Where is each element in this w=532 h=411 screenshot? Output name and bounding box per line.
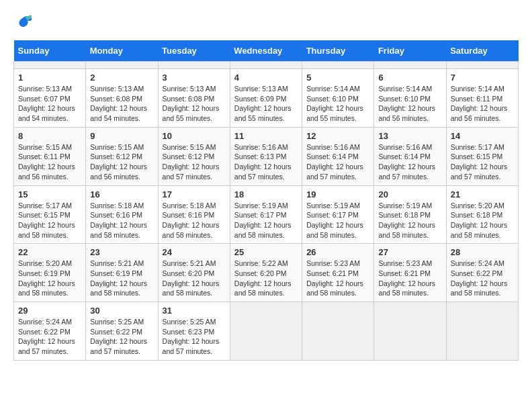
day-number: 27 — [378, 247, 441, 257]
col-header-saturday: Saturday — [446, 40, 518, 62]
day-info: Sunrise: 5:19 AM Sunset: 6:17 PM Dayligh… — [306, 201, 369, 240]
day-info: Sunrise: 5:15 AM Sunset: 6:12 PM Dayligh… — [163, 142, 226, 182]
day-info: Sunrise: 5:17 AM Sunset: 6:15 PM Dayligh… — [18, 201, 81, 240]
col-header-tuesday: Tuesday — [158, 40, 230, 62]
day-info: Sunrise: 5:14 AM Sunset: 6:10 PM Dayligh… — [306, 84, 369, 124]
day-info: Sunrise: 5:13 AM Sunset: 6:08 PM Dayligh… — [163, 84, 226, 124]
day-cell: 10Sunrise: 5:15 AM Sunset: 6:12 PM Dayli… — [158, 127, 230, 185]
day-info: Sunrise: 5:16 AM Sunset: 6:14 PM Dayligh… — [378, 142, 441, 182]
day-cell: 27Sunrise: 5:23 AM Sunset: 6:21 PM Dayli… — [374, 244, 446, 302]
day-info: Sunrise: 5:14 AM Sunset: 6:10 PM Dayligh… — [378, 84, 441, 124]
day-info: Sunrise: 5:14 AM Sunset: 6:11 PM Dayligh… — [451, 84, 514, 124]
day-cell — [374, 302, 446, 361]
day-number: 9 — [90, 131, 153, 141]
day-number: 31 — [163, 306, 226, 316]
day-cell: 23Sunrise: 5:21 AM Sunset: 6:19 PM Dayli… — [86, 244, 158, 302]
day-cell: 9Sunrise: 5:15 AM Sunset: 6:12 PM Daylig… — [86, 127, 158, 185]
day-info: Sunrise: 5:25 AM Sunset: 6:22 PM Dayligh… — [90, 317, 153, 357]
day-number: 24 — [163, 247, 226, 257]
day-cell: 1Sunrise: 5:13 AM Sunset: 6:07 PM Daylig… — [14, 69, 86, 128]
day-info: Sunrise: 5:13 AM Sunset: 6:09 PM Dayligh… — [234, 84, 298, 124]
col-header-thursday: Thursday — [302, 40, 374, 62]
day-cell: 13Sunrise: 5:16 AM Sunset: 6:14 PM Dayli… — [374, 127, 446, 185]
day-cell — [230, 302, 302, 361]
day-info: Sunrise: 5:19 AM Sunset: 6:18 PM Dayligh… — [378, 201, 441, 240]
week-row-1: 1Sunrise: 5:13 AM Sunset: 6:07 PM Daylig… — [14, 69, 519, 128]
day-number: 18 — [234, 189, 298, 199]
day-cell: 12Sunrise: 5:16 AM Sunset: 6:14 PM Dayli… — [302, 127, 374, 185]
day-number: 11 — [234, 131, 298, 141]
day-info: Sunrise: 5:18 AM Sunset: 6:16 PM Dayligh… — [163, 201, 226, 240]
week-row-0 — [14, 62, 519, 69]
col-header-friday: Friday — [374, 40, 446, 62]
header — [13, 13, 519, 34]
day-number: 13 — [378, 131, 441, 141]
day-info: Sunrise: 5:21 AM Sunset: 6:20 PM Dayligh… — [163, 259, 226, 298]
day-cell: 6Sunrise: 5:14 AM Sunset: 6:10 PM Daylig… — [374, 69, 446, 128]
day-info: Sunrise: 5:18 AM Sunset: 6:16 PM Dayligh… — [90, 201, 153, 240]
day-number: 20 — [378, 189, 441, 199]
day-cell: 5Sunrise: 5:14 AM Sunset: 6:10 PM Daylig… — [302, 69, 374, 128]
week-row-2: 8Sunrise: 5:15 AM Sunset: 6:11 PM Daylig… — [14, 127, 519, 185]
day-cell — [446, 302, 518, 361]
day-info: Sunrise: 5:15 AM Sunset: 6:12 PM Dayligh… — [90, 142, 153, 182]
day-info: Sunrise: 5:16 AM Sunset: 6:14 PM Dayligh… — [306, 142, 369, 182]
day-cell: 29Sunrise: 5:24 AM Sunset: 6:22 PM Dayli… — [14, 302, 86, 361]
day-number: 10 — [163, 131, 226, 141]
day-info: Sunrise: 5:21 AM Sunset: 6:19 PM Dayligh… — [90, 259, 153, 298]
day-cell: 16Sunrise: 5:18 AM Sunset: 6:16 PM Dayli… — [86, 185, 158, 244]
day-cell: 14Sunrise: 5:17 AM Sunset: 6:15 PM Dayli… — [446, 127, 518, 185]
day-cell: 25Sunrise: 5:22 AM Sunset: 6:20 PM Dayli… — [230, 244, 302, 302]
day-cell: 24Sunrise: 5:21 AM Sunset: 6:20 PM Dayli… — [158, 244, 230, 302]
day-cell: 15Sunrise: 5:17 AM Sunset: 6:15 PM Dayli… — [14, 185, 86, 244]
day-number: 14 — [451, 131, 514, 141]
day-number: 1 — [18, 73, 81, 83]
day-cell — [302, 62, 374, 69]
day-cell — [446, 62, 518, 69]
logo — [13, 13, 36, 34]
day-cell: 20Sunrise: 5:19 AM Sunset: 6:18 PM Dayli… — [374, 185, 446, 244]
day-cell: 18Sunrise: 5:19 AM Sunset: 6:17 PM Dayli… — [230, 185, 302, 244]
day-info: Sunrise: 5:15 AM Sunset: 6:11 PM Dayligh… — [18, 142, 81, 182]
day-cell — [158, 62, 230, 69]
day-cell: 30Sunrise: 5:25 AM Sunset: 6:22 PM Dayli… — [86, 302, 158, 361]
day-number: 7 — [451, 73, 514, 83]
day-info: Sunrise: 5:22 AM Sunset: 6:20 PM Dayligh… — [234, 259, 298, 298]
day-info: Sunrise: 5:23 AM Sunset: 6:21 PM Dayligh… — [378, 259, 441, 298]
day-cell: 11Sunrise: 5:16 AM Sunset: 6:13 PM Dayli… — [230, 127, 302, 185]
day-cell — [14, 62, 86, 69]
day-number: 8 — [18, 131, 81, 141]
day-info: Sunrise: 5:13 AM Sunset: 6:07 PM Dayligh… — [18, 84, 81, 124]
day-cell: 7Sunrise: 5:14 AM Sunset: 6:11 PM Daylig… — [446, 69, 518, 128]
day-number: 26 — [306, 247, 369, 257]
day-number: 5 — [306, 73, 369, 83]
logo-bird-icon — [13, 13, 34, 34]
day-cell: 17Sunrise: 5:18 AM Sunset: 6:16 PM Dayli… — [158, 185, 230, 244]
day-info: Sunrise: 5:17 AM Sunset: 6:15 PM Dayligh… — [451, 142, 514, 182]
day-cell: 2Sunrise: 5:13 AM Sunset: 6:08 PM Daylig… — [86, 69, 158, 128]
day-number: 16 — [90, 189, 153, 199]
day-info: Sunrise: 5:24 AM Sunset: 6:22 PM Dayligh… — [18, 317, 81, 357]
day-cell: 4Sunrise: 5:13 AM Sunset: 6:09 PM Daylig… — [230, 69, 302, 128]
day-number: 29 — [18, 306, 81, 316]
day-number: 17 — [163, 189, 226, 199]
day-cell — [86, 62, 158, 69]
day-cell: 21Sunrise: 5:20 AM Sunset: 6:18 PM Dayli… — [446, 185, 518, 244]
day-number: 25 — [234, 247, 298, 257]
day-number: 4 — [234, 73, 298, 83]
day-cell — [230, 62, 302, 69]
day-cell — [374, 62, 446, 69]
day-cell: 19Sunrise: 5:19 AM Sunset: 6:17 PM Dayli… — [302, 185, 374, 244]
header-row: SundayMondayTuesdayWednesdayThursdayFrid… — [14, 40, 519, 62]
week-row-4: 22Sunrise: 5:20 AM Sunset: 6:19 PM Dayli… — [14, 244, 519, 302]
day-number: 28 — [451, 247, 514, 257]
col-header-wednesday: Wednesday — [230, 40, 302, 62]
day-info: Sunrise: 5:20 AM Sunset: 6:18 PM Dayligh… — [451, 201, 514, 240]
day-cell — [302, 302, 374, 361]
day-number: 3 — [163, 73, 226, 83]
day-info: Sunrise: 5:25 AM Sunset: 6:23 PM Dayligh… — [163, 317, 226, 357]
day-info: Sunrise: 5:13 AM Sunset: 6:08 PM Dayligh… — [90, 84, 153, 124]
day-info: Sunrise: 5:19 AM Sunset: 6:17 PM Dayligh… — [234, 201, 298, 240]
day-cell: 8Sunrise: 5:15 AM Sunset: 6:11 PM Daylig… — [14, 127, 86, 185]
day-cell: 26Sunrise: 5:23 AM Sunset: 6:21 PM Dayli… — [302, 244, 374, 302]
